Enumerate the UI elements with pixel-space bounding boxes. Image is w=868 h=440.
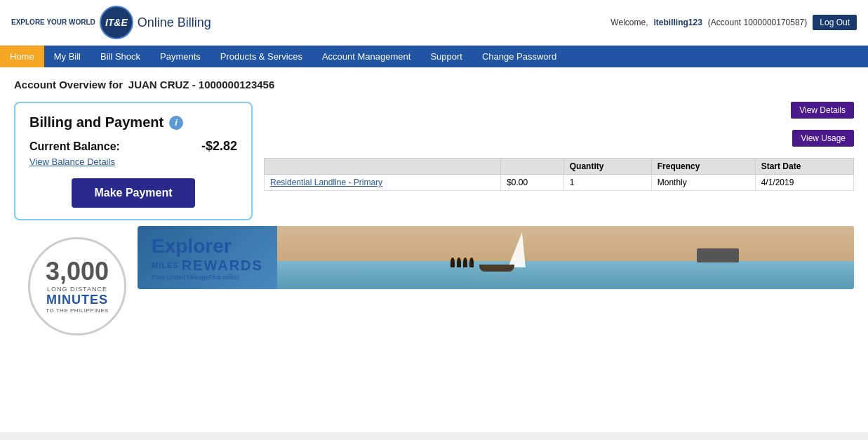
header-left: EXPLORE YOUR WORLD IT&E Online Billing	[11, 6, 211, 39]
online-billing-text: Online Billing	[138, 15, 211, 30]
view-details-button[interactable]: View Details	[791, 102, 854, 119]
account-name: JUAN CRUZ - 1000000123456	[128, 79, 274, 91]
col-frequency: Frequency	[651, 159, 755, 175]
current-balance-row: Current Balance: -$2.82	[29, 139, 237, 154]
explorer-rewards: REWARDS	[182, 258, 263, 274]
billing-card-title: Billing and Payment i	[29, 114, 237, 131]
account-overview-prefix: Account Overview for	[14, 79, 123, 91]
nav-item-payments[interactable]: Payments	[150, 46, 211, 67]
username: itebilling123	[653, 18, 702, 27]
main-layout: Billing and Payment i Current Balance: -…	[14, 102, 854, 335]
view-usage-button[interactable]: View Usage	[792, 130, 854, 147]
explorer-image	[277, 226, 854, 289]
view-usage-row: View Usage	[264, 130, 854, 152]
service-start-date: 4/1/2019	[755, 175, 853, 191]
view-balance-link[interactable]: View Balance Details	[29, 156, 237, 167]
top-row: Billing and Payment i Current Balance: -…	[14, 102, 854, 220]
services-area: View Details View Usage Quantity Frequen…	[258, 102, 854, 191]
logout-button[interactable]: Log Out	[813, 15, 857, 30]
promo-circle: 3,000 LONG DISTANCE MINUTES TO THE PHILI…	[28, 237, 126, 335]
service-link[interactable]: Residential Landline - Primary	[270, 178, 382, 187]
service-price: $0.00	[501, 175, 564, 191]
col-quantity: Quantity	[563, 159, 651, 175]
main-content: Account Overview for JUAN CRUZ - 1000000…	[0, 67, 868, 432]
explorer-earn: Earn United MileagePlus miles!	[152, 274, 263, 281]
col-start-date: Start Date	[755, 159, 853, 175]
explorer-title-row: Explorer	[152, 235, 263, 258]
logo-box: EXPLORE YOUR WORLD IT&E Online Billing	[11, 6, 211, 39]
nav-item-my-bill[interactable]: My Bill	[44, 46, 91, 67]
explorer-miles: MILES	[152, 261, 179, 269]
person-1	[450, 258, 455, 267]
nav-item-change-password[interactable]: Change Password	[472, 46, 566, 67]
people-silhouette	[450, 258, 474, 267]
services-table: Quantity Frequency Start Date Residentia…	[264, 158, 854, 191]
person-2	[457, 258, 461, 267]
welcome-prefix: Welcome,	[610, 18, 648, 27]
nav-item-support[interactable]: Support	[420, 46, 472, 67]
promo-long-distance: LONG DISTANCE	[47, 286, 107, 293]
explorer-banner: Explorer MILES REWARDS Earn United Milea…	[138, 226, 854, 289]
explorer-text-block: Explorer MILES REWARDS Earn United Milea…	[138, 227, 277, 289]
promo-row: 3,000 LONG DISTANCE MINUTES TO THE PHILI…	[14, 226, 854, 335]
nav-item-bill-shock[interactable]: Bill Shock	[91, 46, 150, 67]
billing-title-text: Billing and Payment	[29, 114, 163, 131]
main-nav: Home My Bill Bill Shock Payments Product…	[0, 46, 868, 67]
sea-bg	[277, 261, 854, 290]
boat-hull	[479, 265, 514, 272]
header-right: Welcome, itebilling123 (Account 10000001…	[610, 15, 857, 30]
current-balance-label: Current Balance:	[29, 140, 120, 153]
col-price	[501, 159, 564, 175]
promo-number: 3,000	[46, 259, 109, 284]
ship-far	[697, 248, 739, 262]
explore-text: EXPLORE YOUR WORLD	[11, 18, 95, 27]
ite-badge: IT&E	[100, 6, 133, 39]
miles-rewards-row: MILES REWARDS	[152, 258, 263, 274]
nav-item-home[interactable]: Home	[0, 46, 44, 67]
billing-card: Billing and Payment i Current Balance: -…	[14, 102, 253, 220]
person-3	[463, 258, 467, 267]
account-overview-title: Account Overview for JUAN CRUZ - 1000000…	[14, 79, 854, 91]
current-balance-value: -$2.82	[201, 139, 237, 154]
nav-item-products-services[interactable]: Products & Services	[211, 46, 312, 67]
left-content: Billing and Payment i Current Balance: -…	[14, 102, 854, 335]
make-payment-button[interactable]: Make Payment	[72, 178, 194, 208]
service-quantity: 1	[563, 175, 651, 191]
table-row: Residential Landline - Primary $0.00 1 M…	[265, 175, 854, 191]
promo-minutes: MINUTES	[46, 293, 108, 307]
boat-sail	[508, 232, 526, 267]
explorer-title: Explorer	[152, 235, 232, 258]
service-name: Residential Landline - Primary	[265, 175, 501, 191]
promo-to-philippines: TO THE PHILIPPINES	[46, 307, 109, 314]
account-info: (Account 1000000170587)	[708, 18, 807, 27]
person-4	[469, 258, 474, 267]
ite-logo-text: IT&E	[105, 17, 128, 28]
col-service	[265, 159, 501, 175]
service-frequency: Monthly	[651, 175, 755, 191]
info-icon[interactable]: i	[169, 116, 183, 130]
view-details-row: View Details	[264, 102, 854, 124]
sky-bg	[277, 226, 854, 264]
header: EXPLORE YOUR WORLD IT&E Online Billing W…	[0, 0, 868, 46]
nav-item-account-management[interactable]: Account Management	[312, 46, 420, 67]
